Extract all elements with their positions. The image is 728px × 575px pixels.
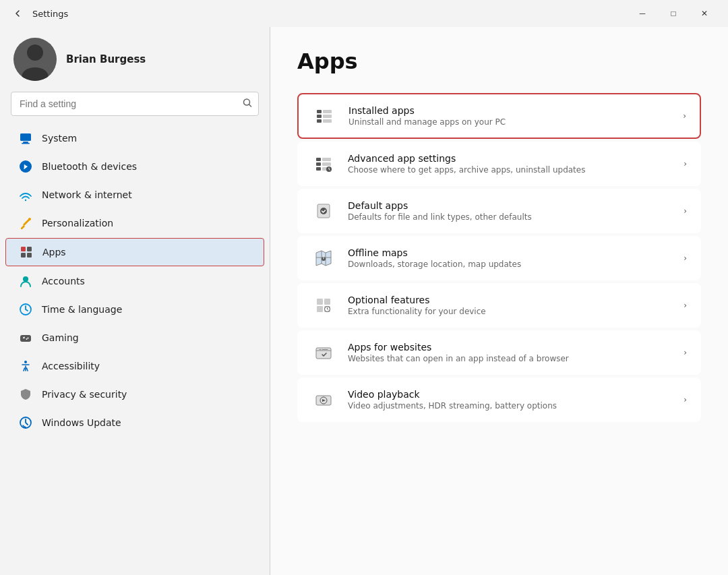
default-apps-text: Default apps Defaults for file and link … — [348, 200, 671, 222]
chevron-icon: › — [684, 301, 687, 310]
offline-maps-icon — [311, 246, 336, 270]
sidebar-item-accessibility[interactable]: Accessibility — [5, 353, 264, 380]
apps-websites-title: Apps for websites — [348, 342, 671, 353]
offline-maps-desc: Downloads, storage location, map updates — [348, 260, 671, 269]
chevron-icon: › — [683, 111, 686, 121]
svg-point-9 — [28, 218, 31, 220]
offline-maps-text: Offline maps Downloads, storage location… — [348, 247, 671, 269]
video-playback-desc: Video adjustments, HDR streaming, batter… — [348, 401, 671, 411]
minimize-button[interactable]: ─ — [627, 3, 658, 24]
default-apps-desc: Defaults for file and link types, other … — [348, 212, 671, 222]
setting-card-offline-maps[interactable]: Offline maps Downloads, storage location… — [297, 236, 701, 280]
sidebar-item-label-network: Network & internet — [42, 189, 132, 200]
sidebar-item-label-gaming: Gaming — [42, 332, 79, 343]
default-apps-icon — [311, 199, 336, 223]
sidebar-item-label-time: Time & language — [42, 304, 122, 315]
search-bar — [11, 92, 259, 116]
page-title: Apps — [297, 49, 701, 74]
sidebar-item-personalization[interactable]: Personalization — [5, 210, 264, 237]
user-name: Brian Burgess — [66, 53, 146, 65]
setting-card-installed-apps[interactable]: Installed apps Uninstall and manage apps… — [297, 93, 701, 139]
sidebar-item-time[interactable]: Time & language — [5, 296, 264, 323]
update-icon — [19, 416, 32, 429]
offline-maps-title: Offline maps — [348, 247, 671, 258]
apps-websites-desc: Websites that can open in an app instead… — [348, 354, 671, 363]
svg-rect-11 — [27, 247, 32, 251]
default-apps-title: Default apps — [348, 200, 671, 211]
sidebar-item-label-accounts: Accounts — [42, 276, 85, 286]
svg-rect-33 — [322, 162, 331, 166]
video-playback-title: Video playback — [348, 389, 671, 400]
chevron-icon: › — [684, 395, 687, 404]
titlebar: Settings ─ □ ✕ — [0, 0, 728, 27]
svg-point-19 — [28, 338, 29, 339]
sidebar-item-bluetooth[interactable]: Bluetooth & devices — [5, 153, 264, 180]
svg-rect-31 — [316, 167, 321, 171]
apps-websites-icon — [311, 340, 336, 365]
personalization-icon — [19, 216, 32, 230]
svg-rect-40 — [317, 299, 323, 305]
bluetooth-icon — [19, 160, 32, 173]
back-button[interactable] — [8, 4, 27, 23]
system-icon — [19, 131, 32, 145]
svg-rect-10 — [21, 247, 26, 251]
svg-rect-24 — [317, 115, 322, 118]
window-controls: ─ □ ✕ — [627, 3, 720, 24]
svg-point-21 — [24, 361, 27, 363]
svg-rect-27 — [323, 115, 332, 118]
sidebar-item-label-personalization: Personalization — [42, 218, 113, 229]
svg-rect-23 — [317, 110, 322, 113]
maximize-button[interactable]: □ — [658, 3, 689, 24]
setting-card-default-apps[interactable]: Default apps Defaults for file and link … — [297, 189, 701, 233]
setting-card-optional-features[interactable]: Optional features Extra functionality fo… — [297, 283, 701, 328]
content-area: Apps Installed apps Uninstall an — [270, 27, 728, 575]
svg-point-20 — [26, 338, 28, 340]
apps-icon — [20, 245, 33, 259]
window-title: Settings — [32, 9, 68, 19]
svg-rect-4 — [20, 133, 31, 141]
optional-features-text: Optional features Extra functionality fo… — [348, 295, 671, 316]
gaming-icon — [19, 331, 32, 344]
apps-websites-text: Apps for websites Websites that can open… — [348, 342, 671, 363]
chevron-icon: › — [684, 159, 687, 169]
network-icon — [19, 188, 32, 202]
settings-list: Installed apps Uninstall and manage apps… — [297, 93, 701, 422]
optional-features-title: Optional features — [348, 295, 671, 305]
time-icon — [19, 303, 32, 316]
advanced-app-desc: Choose where to get apps, archive apps, … — [348, 165, 671, 175]
svg-rect-42 — [317, 306, 323, 312]
svg-point-14 — [23, 276, 28, 282]
sidebar-item-label-bluetooth: Bluetooth & devices — [42, 161, 137, 172]
sidebar-item-gaming[interactable]: Gaming — [5, 324, 264, 351]
svg-rect-30 — [316, 162, 321, 166]
sidebar-item-system[interactable]: System — [5, 125, 264, 152]
installed-apps-text: Installed apps Uninstall and manage apps… — [348, 105, 671, 127]
svg-point-37 — [320, 208, 327, 214]
sidebar-item-label-privacy: Privacy & security — [42, 389, 127, 400]
svg-rect-18 — [24, 337, 25, 339]
privacy-icon — [19, 388, 32, 401]
close-button[interactable]: ✕ — [689, 3, 720, 24]
sidebar-item-privacy[interactable]: Privacy & security — [5, 381, 264, 408]
svg-rect-12 — [21, 253, 26, 258]
setting-card-video-playback[interactable]: Video playback Video adjustments, HDR st… — [297, 377, 701, 422]
search-input[interactable] — [11, 92, 259, 116]
installed-apps-title: Installed apps — [348, 105, 671, 116]
advanced-app-title: Advanced app settings — [348, 153, 671, 164]
sidebar-item-update[interactable]: Windows Update — [5, 409, 264, 436]
user-profile: Brian Burgess — [0, 27, 270, 89]
sidebar-item-apps[interactable]: Apps — [5, 238, 264, 266]
setting-card-advanced-app[interactable]: Advanced app settings Choose where to ge… — [297, 142, 701, 186]
svg-rect-26 — [323, 110, 332, 113]
optional-features-desc: Extra functionality for your device — [348, 307, 671, 316]
sidebar-item-label-accessibility: Accessibility — [42, 361, 100, 371]
sidebar-item-label-update: Windows Update — [42, 417, 121, 428]
sidebar: Brian Burgess System — [0, 27, 270, 575]
sidebar-item-accounts[interactable]: Accounts — [5, 268, 264, 295]
video-playback-icon — [311, 388, 336, 412]
chevron-icon: › — [684, 348, 687, 357]
setting-card-apps-websites[interactable]: Apps for websites Websites that can open… — [297, 330, 701, 375]
svg-rect-13 — [27, 253, 32, 258]
installed-apps-icon — [312, 104, 336, 128]
sidebar-item-network[interactable]: Network & internet — [5, 181, 264, 208]
